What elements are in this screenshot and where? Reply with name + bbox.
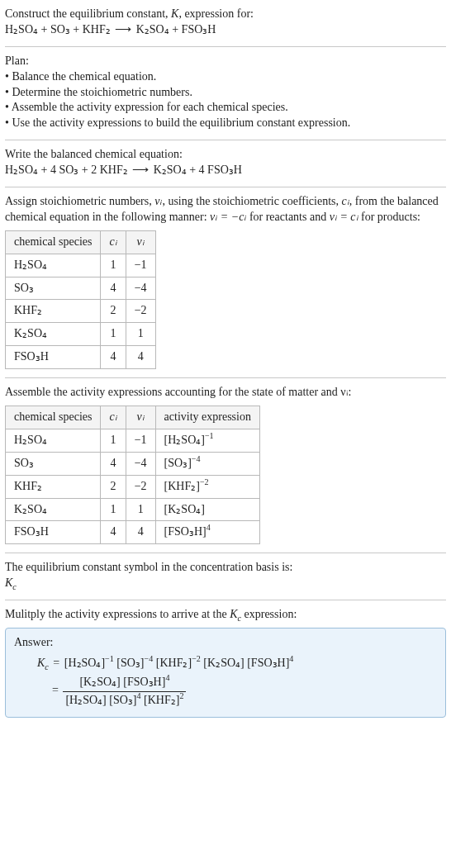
t2-r1-species: SO₃ (6, 452, 101, 475)
table-row: H₂SO₄ 1 −1 (6, 254, 156, 277)
t2-r2-act: [KHF₂]−2 (155, 475, 259, 498)
ans-Kc: K (37, 657, 45, 669)
ans-t1b: [H₂SO₄] (64, 657, 105, 669)
answer-flat-line: Kc = [H₂SO₄]−1 [SO₃]−4 [KHF₂]−2 [K₂SO₄] … (14, 656, 437, 671)
table-row: K₂SO₄ 1 1 (6, 323, 156, 346)
ans-eq2: = (50, 684, 60, 696)
answer-label: Answer: (14, 635, 437, 651)
answer-fraction: [K₂SO₄] [FSO₃H]4 [H₂SO₄] [SO₃]4 [KHF₂]2 (63, 675, 186, 709)
t1-r4-nu: 4 (126, 346, 155, 369)
intro-block: Construct the equilibrium constant, K, e… (5, 7, 446, 38)
balanced-title: Write the balanced chemical equation: (5, 147, 446, 163)
stoich-rel2: νᵢ = cᵢ (330, 211, 358, 223)
t1-r3-c: 1 (101, 323, 126, 346)
kc-sub: c (12, 582, 16, 591)
t2-r0-species: H₂SO₄ (6, 429, 101, 452)
answer-frac-line: = [K₂SO₄] [FSO₃H]4 [H₂SO₄] [SO₃]4 [KHF₂]… (14, 675, 437, 709)
balanced-lhs: H₂SO₄ + 4 SO₃ + 2 KHF₂ (5, 164, 128, 176)
t2-r1-exp: −4 (192, 454, 201, 463)
divider-5 (5, 553, 446, 553)
multiply-block: Mulitply the activity expressions to arr… (5, 607, 446, 623)
kc-symbol-block: The equilibrium constant symbol in the c… (5, 560, 446, 591)
num-bb: [FSO₃H] (123, 676, 165, 688)
table-header-row: chemical species cᵢ νᵢ activity expressi… (6, 406, 260, 429)
ans-t1e: −1 (105, 654, 114, 663)
t1-r4-species: FSO₃H (6, 346, 101, 369)
t2-r4-species: FSO₃H (6, 521, 101, 544)
table-row: KHF₂ 2 −2 [KHF₂]−2 (6, 475, 260, 498)
t2-r1-act: [SO₃]−4 (155, 452, 259, 475)
t2-r3-c: 1 (101, 498, 126, 521)
stoich-ci: cᵢ (342, 195, 349, 207)
t1-r1-species: SO₃ (6, 277, 101, 300)
stoich-e: for products: (358, 211, 420, 223)
t2-r0-act: [H₂SO₄]−1 (155, 429, 259, 452)
intro-eq-rhs: K₂SO₄ + FSO₃H (136, 23, 216, 36)
multiply-b: expression: (241, 608, 297, 620)
kc-symbol: Kc (5, 576, 446, 591)
t2-r3-nu: 1 (126, 498, 155, 521)
ans-t5e: 4 (289, 654, 293, 663)
t2-r3-species: K₂SO₄ (6, 498, 101, 521)
ans-t2e: −4 (145, 654, 154, 663)
t2-r2-exp: −2 (200, 477, 209, 486)
t1-r3-species: K₂SO₄ (6, 323, 101, 346)
activity-title: Assemble the activity expressions accoun… (5, 385, 446, 401)
activity-table: chemical species cᵢ νᵢ activity expressi… (5, 406, 260, 544)
den-be: 4 (136, 691, 140, 700)
table-row: SO₃ 4 −4 (6, 277, 156, 300)
intro-eq-lhs: H₂SO₄ + SO₃ + KHF₂ (5, 23, 111, 36)
t1-r2-c: 2 (101, 300, 126, 323)
stoich-text: Assign stoichiometric numbers, νᵢ, using… (5, 194, 446, 225)
answer-box: Answer: Kc = [H₂SO₄]−1 [SO₃]−4 [KHF₂]−2 … (5, 628, 446, 718)
kc-K: K (5, 576, 12, 589)
t2-r4-nu: 4 (126, 521, 155, 544)
t2-r2-c: 2 (101, 475, 126, 498)
intro-text-1b: , expression for: (178, 7, 254, 20)
den-ce: 2 (179, 691, 183, 700)
t2-r4-exp: 4 (207, 524, 211, 533)
plan-item-1: • Balance the chemical equation. (5, 69, 446, 85)
table-row: FSO₃H 4 4 [FSO₃H]4 (6, 521, 260, 544)
plan-item-4: • Use the activity expressions to build … (5, 116, 446, 131)
table-row: KHF₂ 2 −2 (6, 300, 156, 323)
t1-h-species: chemical species (6, 230, 101, 254)
stoich-b: , using the stoichiometric coefficients, (162, 195, 341, 207)
ans-t5b: [FSO₃H] (247, 657, 289, 669)
den-a: [H₂SO₄] (65, 694, 106, 706)
answer-frac-den: [H₂SO₄] [SO₃]4 [KHF₂]2 (63, 692, 186, 709)
plan-block: Plan: • Balance the chemical equation. •… (5, 54, 446, 131)
ans-t3b: [KHF₂] (156, 657, 192, 669)
t2-r0-exp: −1 (205, 431, 214, 440)
t2-h-ci: cᵢ (101, 406, 126, 429)
activity-title-text: Assemble the activity expressions accoun… (5, 386, 352, 398)
num-a: [K₂SO₄] (79, 676, 120, 688)
t2-r4-c: 4 (101, 521, 126, 544)
t1-r0-c: 1 (101, 254, 126, 277)
divider-1 (5, 46, 446, 47)
table-row: K₂SO₄ 1 1 [K₂SO₄] (6, 498, 260, 521)
balanced-arrow: ⟶ (131, 164, 150, 176)
t2-r0-base: [H₂SO₄] (164, 434, 205, 446)
t1-h-ci: cᵢ (101, 230, 126, 254)
t2-h-species: chemical species (6, 406, 101, 429)
table-row: H₂SO₄ 1 −1 [H₂SO₄]−1 (6, 429, 260, 452)
stoich-d: for reactants and (246, 211, 329, 223)
den-bb: [SO₃] (109, 694, 136, 706)
t2-h-act: activity expression (155, 406, 259, 429)
answer-frac-num: [K₂SO₄] [FSO₃H]4 (63, 675, 186, 692)
plan-item-3: • Assemble the activity expression for e… (5, 100, 446, 116)
t2-h-nu: νᵢ (126, 406, 155, 429)
divider-6 (5, 600, 446, 600)
divider-2 (5, 140, 446, 140)
t1-r3-nu: 1 (126, 323, 155, 346)
table-row: SO₃ 4 −4 [SO₃]−4 (6, 452, 260, 475)
stoich-a: Assign stoichiometric numbers, (5, 195, 154, 207)
stoich-rel1: νᵢ = −cᵢ (210, 211, 246, 223)
t1-r2-species: KHF₂ (6, 300, 101, 323)
t2-r2-species: KHF₂ (6, 475, 101, 498)
ans-t2b: [SO₃] (116, 657, 144, 669)
t1-r0-nu: −1 (126, 254, 155, 277)
t2-r1-base: [SO₃] (164, 457, 192, 469)
multiply-K: K (230, 608, 237, 620)
